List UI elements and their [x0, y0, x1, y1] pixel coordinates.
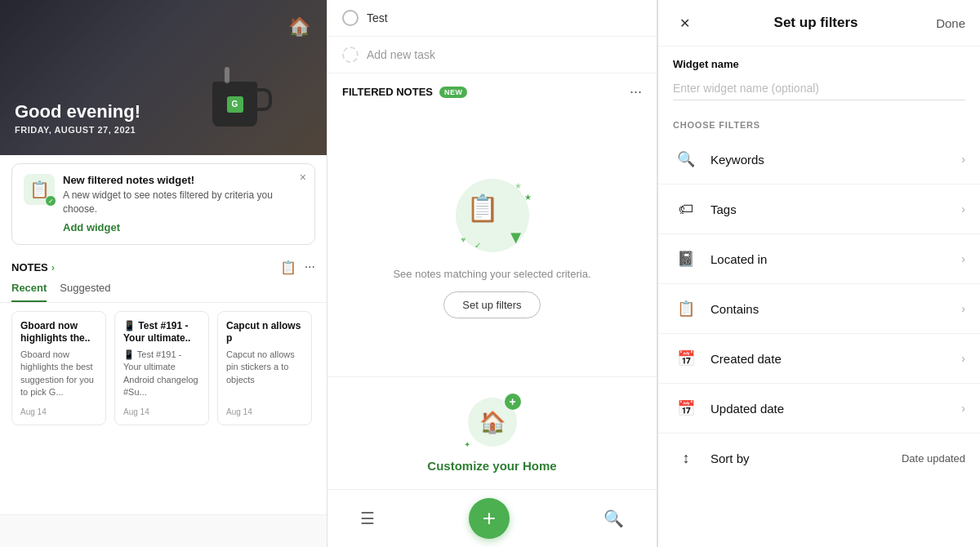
filter-check-icon: ✓: [474, 241, 481, 250]
customize-icon-wrap: 🏠 + ✦: [464, 394, 521, 451]
right-panel: ✕ Set up filters Done Widget name CHOOSE…: [657, 0, 980, 547]
mug-visual: G: [212, 82, 278, 139]
filter-keywords-label: Keywords: [710, 153, 961, 167]
notes-header: NOTES › 📋 ···: [0, 253, 327, 278]
left-panel: 🏠 G Good evening! FRIDAY, AUGUST 27, 202…: [0, 0, 327, 547]
notification-close-button[interactable]: ×: [300, 171, 306, 184]
filter-note-icon: 📋: [466, 193, 499, 224]
notes-tabs: Recent Suggested: [0, 278, 327, 303]
notification-card: × 📋 ✓ New filtered notes widget! A new w…: [11, 163, 315, 245]
sort-row[interactable]: ↕ Sort by Date updated: [658, 434, 980, 483]
right-header: ✕ Set up filters Done: [658, 0, 980, 47]
tab-suggested[interactable]: Suggested: [60, 278, 110, 302]
filter-created-date-label: Created date: [710, 352, 961, 366]
notes-title: NOTES: [11, 261, 48, 274]
note-date-1: Aug 14: [20, 407, 97, 416]
widget-name-input[interactable]: [673, 77, 965, 100]
notes-more-icon[interactable]: ···: [305, 260, 315, 274]
filtered-empty-text: See notes matching your selected criteri…: [393, 268, 590, 280]
note-date-3: Aug 14: [226, 407, 303, 416]
filter-located-in-label: Located in: [710, 252, 961, 266]
notes-actions: 📋 ···: [280, 260, 315, 275]
notes-title-link[interactable]: NOTES ›: [11, 261, 55, 274]
tags-chevron-icon: ›: [961, 202, 965, 216]
filter-updated-date[interactable]: 📅 Updated date ›: [658, 384, 980, 434]
updated-date-filter-icon: 📅: [673, 395, 699, 421]
add-task-checkbox: [342, 47, 359, 63]
hamburger-menu-icon[interactable]: ☰: [360, 509, 375, 528]
home-icon: 🏠: [288, 16, 310, 38]
notes-list: Gboard now highlights the.. Gboard now h…: [0, 303, 327, 434]
add-task-row[interactable]: Add new task: [327, 37, 657, 73]
filter-tags[interactable]: 🏷 Tags ›: [658, 185, 980, 234]
note-date-2: Aug 14: [123, 407, 200, 416]
notification-body: A new widget to see notes filtered by cr…: [63, 189, 303, 216]
notes-add-icon[interactable]: 📋: [280, 260, 296, 275]
customize-home-section[interactable]: 🏠 + ✦ Customize your Home: [327, 376, 657, 489]
note-body-1: Gboard now highlights the best suggestio…: [20, 349, 97, 399]
located-in-chevron-icon: ›: [961, 252, 965, 265]
search-icon[interactable]: 🔍: [604, 509, 624, 528]
sort-icon: ↕: [673, 445, 699, 471]
fab-button[interactable]: +: [469, 498, 510, 539]
filter-star2-icon: ★: [524, 193, 532, 202]
note-title-1: Gboard now highlights the..: [20, 320, 97, 345]
left-bottom-strip: [0, 514, 327, 547]
filter-illustration: 📋 ▼ ★ ★ ♥ ✓: [452, 175, 533, 256]
filter-contains-label: Contains: [710, 302, 961, 316]
notification-badge: ✓: [45, 195, 56, 207]
bottom-nav: ☰ + 🔍: [327, 489, 657, 547]
note-body-2: 📱 Test #191 - Your ultimate Android chan…: [123, 349, 200, 399]
filtered-notes-title: FILTERED NOTES NEW: [342, 86, 467, 98]
location-filter-icon: 📓: [673, 246, 699, 272]
filtered-notes-more-icon[interactable]: ···: [630, 83, 642, 100]
notification-text: New filtered notes widget! A new widget …: [63, 174, 303, 234]
hero-image: 🏠 G Good evening! FRIDAY, AUGUST 27, 202…: [0, 0, 327, 155]
tag-filter-icon: 🏷: [673, 196, 699, 222]
sort-value: Date updated: [902, 452, 965, 465]
note-title-3: Capcut n allows p: [226, 320, 303, 345]
hero-greeting: Good evening!: [15, 101, 140, 122]
note-card-2[interactable]: 📱 Test #191 - Your ultimate.. 📱 Test #19…: [114, 311, 209, 425]
add-widget-link[interactable]: Add widget: [63, 221, 120, 233]
note-card-1[interactable]: Gboard now highlights the.. Gboard now h…: [11, 311, 106, 425]
contains-chevron-icon: ›: [961, 302, 965, 315]
filter-tags-label: Tags: [710, 202, 961, 216]
widget-name-section: Widget name: [658, 47, 980, 109]
filter-located-in[interactable]: 📓 Located in ›: [658, 234, 980, 284]
filter-contains[interactable]: 📋 Contains ›: [658, 284, 980, 334]
filtered-empty-state: 📋 ▼ ★ ★ ♥ ✓ See notes matching your sele…: [327, 109, 657, 376]
panel-title: Set up filters: [774, 15, 858, 31]
created-date-chevron-icon: ›: [961, 352, 965, 365]
filtered-notes-header: FILTERED NOTES NEW ···: [327, 73, 657, 109]
middle-panel: Test Add new task FILTERED NOTES NEW ···…: [327, 0, 657, 547]
keywords-chevron-icon: ›: [961, 153, 965, 166]
filtered-notes-label: FILTERED NOTES: [342, 86, 433, 98]
note-card-3[interactable]: Capcut n allows p Capcut no allows pin s…: [217, 311, 312, 425]
search-filter-icon: 🔍: [673, 146, 699, 172]
notification-title: New filtered notes widget!: [63, 174, 303, 186]
updated-date-chevron-icon: ›: [961, 402, 965, 415]
hero-date: FRIDAY, AUGUST 27, 2021: [15, 125, 140, 135]
customize-title: Customize your Home: [427, 459, 556, 473]
filter-keywords[interactable]: 🔍 Keywords ›: [658, 135, 980, 185]
task-name: Test: [367, 11, 388, 24]
contains-filter-icon: 📋: [673, 296, 699, 322]
done-button[interactable]: Done: [936, 16, 965, 30]
notification-icon: 📋 ✓: [24, 174, 55, 205]
task-row[interactable]: Test: [327, 0, 657, 37]
setup-filters-button[interactable]: Set up filters: [443, 291, 540, 318]
add-task-label: Add new task: [367, 48, 435, 61]
tab-recent[interactable]: Recent: [11, 278, 47, 302]
widget-name-label: Widget name: [673, 58, 965, 70]
close-button[interactable]: ✕: [673, 11, 696, 34]
sort-label: Sort by: [710, 451, 902, 465]
choose-filters-label: CHOOSE FILTERS: [658, 109, 980, 135]
filter-funnel-icon: ▼: [507, 227, 525, 248]
filter-created-date[interactable]: 📅 Created date ›: [658, 334, 980, 384]
note-title-2: 📱 Test #191 - Your ultimate..: [123, 320, 200, 345]
task-checkbox[interactable]: [342, 10, 359, 26]
filter-heart-icon: ♥: [461, 235, 466, 244]
filter-updated-date-label: Updated date: [710, 402, 961, 416]
note-body-3: Capcut no allows pin stickers a to objec…: [226, 349, 303, 386]
